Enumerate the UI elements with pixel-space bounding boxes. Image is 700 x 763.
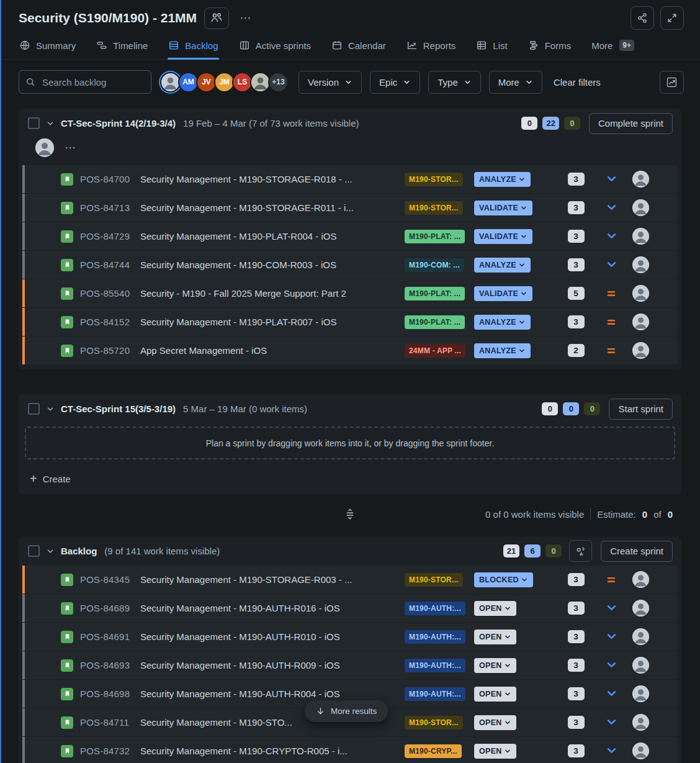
- share-button[interactable]: [630, 6, 654, 30]
- estimate-badge[interactable]: 5: [568, 287, 585, 300]
- assignee-avatar[interactable]: [632, 199, 649, 216]
- empty-sprint-dropzone[interactable]: Plan a sprint by dragging work items int…: [25, 427, 675, 459]
- epic-tag[interactable]: M190-AUTH:...: [405, 687, 465, 701]
- table-row[interactable]: POS-84691 Security Management - M190-AUT…: [22, 623, 678, 651]
- drag-handle-icon[interactable]: [344, 508, 356, 520]
- estimate-badge[interactable]: 3: [568, 744, 585, 757]
- issue-key[interactable]: POS-84729: [80, 231, 140, 242]
- backlog-name[interactable]: Backlog: [61, 546, 97, 556]
- assignee-avatar[interactable]: [632, 743, 649, 759]
- sprint-name[interactable]: CT-Sec-Sprint 15(3/5-3/19): [61, 404, 176, 414]
- issue-title[interactable]: App Secret Management - iOS: [140, 345, 405, 356]
- epic-tag[interactable]: M190-COM: ...: [405, 258, 464, 272]
- tab-forms[interactable]: Forms: [527, 36, 572, 59]
- assignee-avatar[interactable]: [632, 714, 649, 731]
- epic-tag[interactable]: M190-AUTH:...: [405, 602, 465, 615]
- version-filter-dropdown[interactable]: Version: [298, 71, 362, 94]
- tab-more[interactable]: More 9+: [591, 36, 635, 59]
- sprint-select-checkbox[interactable]: [28, 117, 40, 129]
- estimate-badge[interactable]: 3: [568, 716, 585, 729]
- more-actions-button[interactable]: ⋯: [236, 9, 255, 27]
- issue-title[interactable]: Security Management - M190-PLAT-R004 - i…: [140, 231, 405, 242]
- estimate-badge[interactable]: 3: [568, 659, 585, 672]
- assignee-avatar[interactable]: [632, 171, 649, 187]
- table-row[interactable]: POS-84693 Security Management - M190-AUT…: [22, 651, 678, 679]
- estimate-badge[interactable]: 3: [568, 315, 585, 328]
- epic-tag[interactable]: M190-AUTH:...: [405, 630, 465, 644]
- tab-summary[interactable]: Summary: [19, 36, 76, 59]
- estimate-badge[interactable]: 3: [568, 573, 585, 586]
- insights-button[interactable]: [660, 71, 684, 94]
- assignee-avatar[interactable]: [632, 628, 649, 645]
- epic-tag[interactable]: M190-AUTH:...: [405, 659, 465, 672]
- table-row[interactable]: POS-84700 Security Management - M190-STO…: [22, 165, 678, 193]
- status-dropdown[interactable]: VALIDATE: [474, 286, 532, 301]
- assignee-avatar[interactable]: [632, 657, 649, 674]
- status-dropdown[interactable]: ANALYZE: [474, 258, 531, 273]
- epic-tag[interactable]: M190-STOR...: [405, 173, 463, 186]
- assignee-avatar[interactable]: [632, 285, 649, 302]
- issue-key[interactable]: POS-84345: [80, 574, 140, 585]
- status-dropdown[interactable]: OPEN: [474, 744, 516, 759]
- estimate-badge[interactable]: 2: [568, 344, 585, 357]
- table-row[interactable]: POS-84729 Security Management - M190-PLA…: [22, 222, 678, 250]
- table-row[interactable]: POS-84744 Security Management - M190-COM…: [22, 251, 678, 279]
- backlog-select-checkbox[interactable]: [28, 545, 40, 557]
- fullscreen-button[interactable]: [660, 6, 684, 30]
- issue-title[interactable]: Security Management - M190-STORAGE-R003 …: [140, 574, 405, 585]
- assignee-avatar[interactable]: [632, 600, 649, 616]
- create-work-item-button[interactable]: + Create: [19, 464, 681, 493]
- table-row[interactable]: POS-85540 Security - M190 - Fall 2025 Me…: [22, 279, 678, 307]
- table-row[interactable]: POS-84152 Security Management - M190-PLA…: [22, 308, 678, 336]
- sprint-name[interactable]: CT-Sec-Sprint 14(2/19-3/4): [61, 118, 176, 129]
- status-dropdown[interactable]: OPEN: [474, 687, 516, 702]
- assignee-avatar[interactable]: [632, 571, 649, 588]
- more-results-button[interactable]: More results: [305, 700, 388, 722]
- issue-key[interactable]: POS-84711: [80, 717, 140, 728]
- table-row[interactable]: POS-84713 Security Management - M190-STO…: [22, 194, 678, 222]
- estimate-badge[interactable]: 3: [568, 687, 585, 700]
- epic-tag[interactable]: M190-PLAT: ...: [405, 287, 465, 300]
- status-dropdown[interactable]: OPEN: [474, 601, 516, 616]
- search-backlog-field[interactable]: [19, 70, 151, 94]
- auto-group-button[interactable]: [569, 540, 592, 562]
- epic-tag[interactable]: M190-CRYP...: [405, 744, 462, 758]
- tab-active-sprints[interactable]: Active sprints: [238, 36, 312, 59]
- issue-title[interactable]: Security Management - M190-AUTH-R009 - i…: [140, 660, 405, 670]
- epic-tag[interactable]: M190-STOR...: [405, 573, 463, 587]
- collapse-chevron-icon[interactable]: [46, 547, 55, 556]
- assignee-avatar[interactable]: [632, 228, 649, 245]
- epic-tag[interactable]: 24MM - APP ...: [405, 344, 465, 358]
- status-dropdown[interactable]: ANALYZE: [474, 315, 531, 330]
- epic-tag[interactable]: M190-STOR...: [405, 201, 463, 215]
- epic-tag[interactable]: M190-PLAT: ...: [405, 315, 465, 329]
- issue-title[interactable]: Security Management - M190-STORAGE-R011 …: [140, 202, 405, 213]
- issue-key[interactable]: POS-84693: [80, 660, 140, 670]
- tab-backlog[interactable]: Backlog: [168, 36, 218, 59]
- type-filter-dropdown[interactable]: Type: [428, 71, 481, 94]
- status-dropdown[interactable]: VALIDATE: [474, 229, 532, 244]
- issue-key[interactable]: POS-84152: [80, 317, 140, 327]
- table-row[interactable]: POS-85720 App Secret Management - iOS 24…: [22, 336, 678, 364]
- complete-sprint-button[interactable]: Complete sprint: [589, 113, 673, 134]
- collapse-chevron-icon[interactable]: [46, 119, 55, 128]
- issue-key[interactable]: POS-84698: [80, 689, 140, 699]
- tab-reports[interactable]: Reports: [406, 36, 457, 59]
- assignee-avatar[interactable]: [632, 314, 649, 330]
- more-filters-dropdown[interactable]: More: [489, 71, 542, 94]
- issue-title[interactable]: Security Management - M190-AUTH-R004 - i…: [140, 689, 405, 699]
- clear-filters-button[interactable]: Clear filters: [554, 77, 601, 88]
- create-sprint-button[interactable]: Create sprint: [601, 541, 673, 562]
- estimate-badge[interactable]: 3: [568, 201, 585, 214]
- estimate-badge[interactable]: 3: [568, 602, 585, 615]
- avatar-overflow-count[interactable]: +13: [268, 72, 289, 93]
- status-dropdown[interactable]: ANALYZE: [474, 172, 531, 187]
- issue-title[interactable]: Security Management - M190-PLAT-R007 - i…: [140, 317, 405, 327]
- issue-key[interactable]: POS-85540: [80, 288, 140, 299]
- epic-filter-dropdown[interactable]: Epic: [370, 71, 420, 94]
- status-dropdown[interactable]: VALIDATE: [474, 201, 532, 215]
- sprint-select-checkbox[interactable]: [28, 403, 40, 415]
- status-dropdown[interactable]: BLOCKED: [474, 572, 533, 587]
- table-row[interactable]: POS-84689 Security Management - M190-AUT…: [22, 594, 678, 622]
- issue-key[interactable]: POS-84689: [80, 603, 140, 613]
